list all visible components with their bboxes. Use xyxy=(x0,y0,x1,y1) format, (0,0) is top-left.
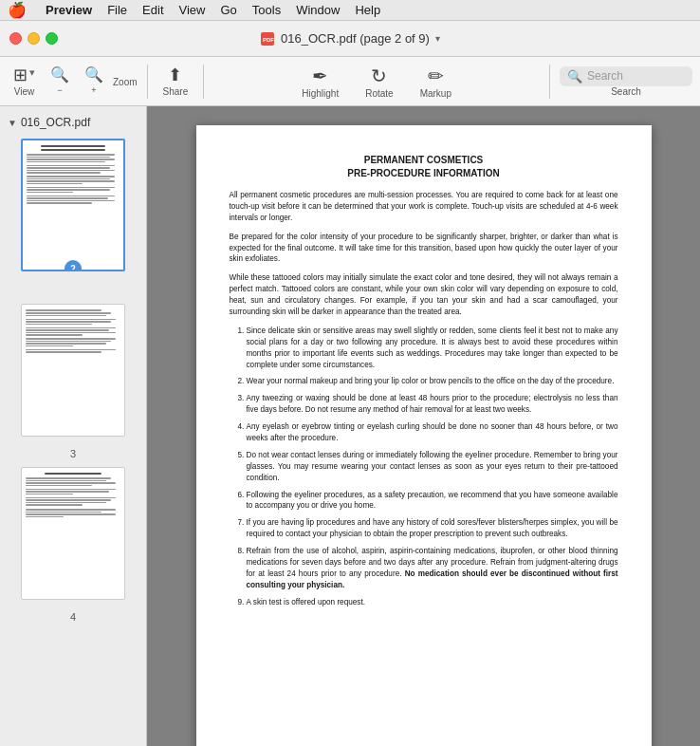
p3-l9 xyxy=(26,332,116,334)
highlight-button[interactable]: ✒ Highlight xyxy=(292,62,348,102)
menubar: 🍎 Preview File Edit View Go Tools Window… xyxy=(0,0,700,21)
page-number-4: 4 xyxy=(70,611,76,623)
toolbar-separator-3 xyxy=(549,65,550,99)
thumb-content-8 xyxy=(27,172,101,174)
menubar-help[interactable]: Help xyxy=(347,0,388,21)
sidebar-page-4[interactable]: 4 xyxy=(8,467,138,623)
p4-l13 xyxy=(26,512,101,513)
pdf-icon: PDF xyxy=(260,31,275,47)
p4-l9 xyxy=(26,499,111,501)
thumb-content-15 xyxy=(27,192,73,194)
thumb-content-19 xyxy=(27,202,92,204)
p3-l15 xyxy=(26,349,116,351)
thumb-content-6 xyxy=(27,167,110,169)
p3-l8 xyxy=(26,329,109,331)
p4-l3 xyxy=(26,482,116,484)
p3-l13 xyxy=(26,343,106,345)
thumb-content-1 xyxy=(27,154,115,156)
markup-button[interactable]: ✏ Markup xyxy=(411,62,461,102)
zoom-out-icon: 🔍 xyxy=(50,67,69,83)
p4-l7 xyxy=(26,494,73,495)
zoom-in-button[interactable]: 🔍 + xyxy=(79,65,109,97)
p3-l5 xyxy=(26,321,111,323)
thumb-content-9 xyxy=(27,176,115,177)
thumb-content-10 xyxy=(27,178,110,180)
list-item-7: If you are having lip procedures and hav… xyxy=(247,517,618,540)
highlight-icon: ✒ xyxy=(312,65,328,87)
thumb-content-11 xyxy=(27,180,115,182)
rotate-button[interactable]: ↻ Rotate xyxy=(356,62,402,102)
title-dropdown-arrow[interactable]: ▾ xyxy=(435,33,440,44)
p3-l6 xyxy=(26,324,92,326)
minimize-button[interactable] xyxy=(28,32,40,45)
window-title-text: 016_OCR.pdf (page 2 of 9) xyxy=(281,31,430,46)
search-box[interactable]: 🔍 Search xyxy=(560,66,692,86)
p4-l4 xyxy=(26,485,92,487)
view-button[interactable]: ⊞ ▾ View xyxy=(8,65,41,99)
paragraph-3: While these tattooed colors may initiall… xyxy=(230,272,618,318)
menubar-go[interactable]: Go xyxy=(212,0,244,21)
menubar-preview[interactable]: Preview xyxy=(38,0,100,21)
thumb-content-14 xyxy=(27,189,110,191)
sidebar-file-item[interactable]: ▼ 016_OCR.pdf xyxy=(0,114,146,135)
thumb-title-line xyxy=(41,145,106,147)
thumb-content-7 xyxy=(27,170,115,172)
share-icon: ⬆ xyxy=(168,66,182,84)
share-button[interactable]: ⬆ Share xyxy=(157,65,194,99)
maximize-button[interactable] xyxy=(46,32,58,45)
toolbar-separator-2 xyxy=(203,65,204,99)
sidebar: ▼ 016_OCR.pdf xyxy=(0,106,147,746)
search-label: Search xyxy=(611,86,641,97)
p3-l3 xyxy=(26,315,106,317)
zoom-label: Zoom xyxy=(113,77,138,87)
p4-l1 xyxy=(26,477,111,479)
svg-text:PDF: PDF xyxy=(263,37,274,43)
list-item-6: Following the eyeliner procedures, as a … xyxy=(247,490,618,513)
zoom-out-button[interactable]: 🔍 − xyxy=(45,65,75,97)
p4-l5 xyxy=(26,489,116,491)
list-item-9: A skin test is offered upon request. xyxy=(247,597,618,608)
sidebar-triangle-icon: ▼ xyxy=(8,118,17,128)
search-placeholder: Search xyxy=(587,69,623,83)
p4-l12 xyxy=(26,509,116,511)
list-item-8: Refrain from the use of alcohol, aspirin… xyxy=(247,546,618,591)
window-title: PDF 016_OCR.pdf (page 2 of 9) ▾ xyxy=(260,31,440,47)
sidebar-page-2[interactable]: 2 xyxy=(8,139,138,285)
p4-l15 xyxy=(26,516,64,518)
menubar-edit[interactable]: Edit xyxy=(135,0,171,21)
thumb-title-line2 xyxy=(41,149,106,151)
p3-l1 xyxy=(26,309,101,311)
close-button[interactable] xyxy=(9,32,22,45)
window-controls xyxy=(9,32,58,45)
p4-l11 xyxy=(26,504,83,506)
p4-title xyxy=(45,473,101,475)
document-body: All permanent cosmetic procedures are mu… xyxy=(230,190,618,608)
list-item-5: Do not wear contact lenses during or imm… xyxy=(247,450,618,484)
zoom-in-icon: 🔍 xyxy=(84,67,103,83)
p3-l10 xyxy=(26,334,83,336)
sidebar-page-3[interactable]: 3 xyxy=(8,304,138,459)
highlight-label: Highlight xyxy=(302,88,339,99)
apple-menu-icon[interactable]: 🍎 xyxy=(8,1,27,19)
p4-l10 xyxy=(26,502,106,504)
p3-l14 xyxy=(26,345,73,347)
zoom-in-label: + xyxy=(91,85,96,95)
menubar-view[interactable]: View xyxy=(172,0,213,21)
instructions-list: Since delicate skin or sensitive areas m… xyxy=(247,326,618,608)
search-area: 🔍 Search Search xyxy=(560,66,692,97)
thumb-content-17 xyxy=(27,197,108,199)
search-icon: 🔍 xyxy=(567,69,582,84)
menubar-tools[interactable]: Tools xyxy=(245,0,288,21)
p3-l4 xyxy=(26,319,116,321)
thumb-content-16 xyxy=(27,196,115,197)
thumb-content-13 xyxy=(27,187,115,189)
zoom-out-label: − xyxy=(57,85,62,95)
p3-l11 xyxy=(26,338,116,340)
list-item-2: Wear your normal makeup and bring your l… xyxy=(247,376,618,387)
paragraph-1: All permanent cosmetic procedures are mu… xyxy=(230,190,618,224)
thumb-content-5 xyxy=(27,165,115,167)
paragraph-2: Be prepared for the color intensity of y… xyxy=(230,232,618,266)
menubar-file[interactable]: File xyxy=(100,0,135,21)
document-title-line1: PERMANENT COSMETICS xyxy=(230,154,618,167)
menubar-window[interactable]: Window xyxy=(288,0,347,21)
